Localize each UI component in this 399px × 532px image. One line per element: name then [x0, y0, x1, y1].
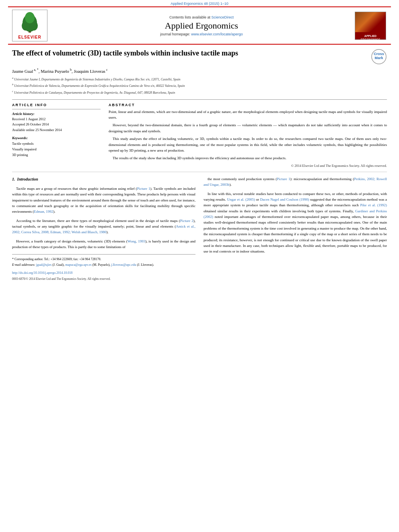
issn-line: 0003-6870/© 2014 Elsevier Ltd and The Er…	[12, 277, 195, 281]
crossmark-logo[interactable]: Cross Mark	[371, 49, 387, 65]
svg-point-4	[25, 12, 35, 23]
right-p1: the most commonly used production system…	[204, 176, 387, 188]
journal-center: Contents lists available at ScienceDirec…	[48, 15, 355, 36]
dacen-link[interactable]: Dacen Nagel and Coulson (1990)	[260, 197, 309, 201]
edman-link[interactable]: Edman, 1992	[34, 210, 53, 214]
journal-header: ELSEVIER Contents lists available at Sci…	[8, 6, 391, 45]
body-right-col: the most commonly used production system…	[204, 176, 387, 281]
picture1-link-1[interactable]: Picture 1	[137, 187, 150, 191]
svg-text:Mark: Mark	[374, 56, 383, 60]
keywords-label: Keywords:	[12, 136, 101, 140]
doi-link[interactable]: http://dx.doi.org/10.1016/j.apergo.2014.…	[12, 271, 72, 275]
email-link-3[interactable]: j.lloveras@upc.edu	[111, 263, 136, 267]
doi-line: http://dx.doi.org/10.1016/j.apergo.2014.…	[12, 271, 195, 275]
homepage-url[interactable]: www.elsevier.com/locate/apergo	[191, 32, 243, 36]
amick-link[interactable]: Amick et al., 2002; Correa Silva, 2008; …	[12, 224, 195, 234]
abstract-label: ABSTRACT	[109, 103, 387, 107]
copyright: © 2014 Elsevier Ltd and The Ergonomics S…	[109, 164, 387, 168]
info-abstract-section: ARTICLE INFO Article history: Received 1…	[12, 103, 387, 168]
abstract-p4: The results of the study show that inclu…	[109, 155, 387, 161]
body-left-col: 1. Introduction Tactile maps are a group…	[12, 176, 195, 281]
author-1: Jaume Gual	[12, 69, 33, 74]
author-1-sup: a, *	[33, 68, 39, 72]
intro-p3: However, a fourth category of design ele…	[12, 238, 195, 250]
keywords-group: Keywords: Tactile symbols Visually impai…	[12, 136, 101, 158]
abstract-p1: Point, linear and areal elements, which …	[109, 109, 387, 121]
abstract-text: Point, linear and areal elements, which …	[109, 109, 387, 161]
sciencedirect-link[interactable]: ScienceDirect	[212, 15, 234, 19]
abstract-p3: This study analyses the effect of includ…	[109, 136, 387, 153]
email-label: E-mail addresses:	[12, 263, 35, 267]
affiliations: a Universitat Jaume I, Departamento de I…	[12, 76, 387, 95]
abstract-col: ABSTRACT Point, linear and areal element…	[109, 103, 387, 168]
homepage-line: journal homepage: www.elsevier.com/locat…	[52, 32, 351, 36]
corresponding-note: * Corresponding author. Tel.: +34 964 22…	[12, 257, 195, 262]
intro-p2: According to the literature, there are t…	[12, 218, 195, 235]
article-history: Article history: Received 1 August 2012 …	[12, 112, 101, 133]
body-divider	[12, 172, 387, 172]
authors-line: Jaume Gual a, *, Marina Puyuelo b, Joaqu…	[12, 68, 387, 74]
affil-3: c Universitat Politécnica de Catalunya, …	[12, 89, 387, 95]
contents-line: Contents lists available at ScienceDirec…	[52, 15, 351, 19]
email-link-2[interactable]: mapuca@ega.upv.es	[65, 263, 92, 267]
elsevier-brand-text: ELSEVIER	[14, 35, 45, 39]
elsevier-logo: ELSEVIER	[12, 10, 48, 41]
author-2: Marina Puyuelo	[41, 69, 69, 74]
author-3: Joaquim Lloveras	[74, 69, 105, 74]
and-text: and	[315, 244, 321, 248]
accepted-date: Accepted 26 October 2014	[12, 122, 101, 127]
right-p2: In line with this, several notable studi…	[204, 191, 387, 255]
intro-heading: 1. Introduction	[12, 176, 195, 183]
keyword-2: Visually impaired	[12, 147, 101, 152]
intro-p1: Tactile maps are a group of resources th…	[12, 186, 195, 215]
wong-link[interactable]: Wong, 1993	[128, 239, 145, 243]
author-2-sup: b	[69, 68, 72, 72]
ungar-link[interactable]: Ungar et al. (2005)	[227, 197, 255, 201]
keyword-1: Tactile symbols	[12, 141, 101, 147]
journal-reference: Applied Ergonomics 48 (2015) 1–10	[0, 0, 399, 6]
journal-title: Applied Ergonomics	[52, 21, 351, 31]
pike-link[interactable]: Pike et al. (1992)	[360, 203, 387, 207]
affil-2: b Universitat Politécnica de Valencia, D…	[12, 82, 387, 88]
perkins-link[interactable]: Perkins, 2002; Rowell and Ungar, 2003b	[204, 177, 387, 187]
email-note: E-mail addresses: jgual@ujies (J. Gual),…	[12, 263, 195, 267]
article-title-section: The effect of volumetric (3D) tactile sy…	[12, 49, 387, 65]
main-content: The effect of volumetric (3D) tactile sy…	[0, 45, 399, 285]
footnote-section: * Corresponding author. Tel.: +34 964 22…	[12, 254, 195, 281]
author-3-sup: c	[105, 68, 108, 72]
body-section: 1. Introduction Tactile maps are a group…	[12, 176, 387, 281]
abstract-p2: However, beyond the two-dimensional doma…	[109, 122, 387, 134]
svg-text:Cross: Cross	[374, 52, 384, 56]
affil-1: a Universitat Jaume I, Departamento de I…	[12, 76, 387, 82]
header-divider	[12, 99, 387, 100]
applied-ergonomics-logo: APPLIEDERGONOMICS	[355, 12, 387, 40]
article-title: The effect of volumetric (3D) tactile sy…	[12, 49, 367, 58]
available-date: Available online 25 November 2014	[12, 127, 101, 133]
gardiner-link[interactable]: Gardiner and Perkins (2002)	[204, 209, 387, 219]
email-links[interactable]: jgual@ujies	[36, 263, 51, 267]
article-info-label: ARTICLE INFO	[12, 103, 101, 107]
article-info-divider	[12, 109, 101, 109]
article-info-col: ARTICLE INFO Article history: Received 1…	[12, 103, 101, 168]
picture2-link[interactable]: Picture 2	[180, 219, 193, 223]
picture1-link-2[interactable]: Picture 1	[277, 177, 290, 181]
history-label: Article history:	[12, 112, 101, 116]
received-date: Received 1 August 2012	[12, 117, 101, 122]
keyword-3: 3D printing	[12, 152, 101, 158]
